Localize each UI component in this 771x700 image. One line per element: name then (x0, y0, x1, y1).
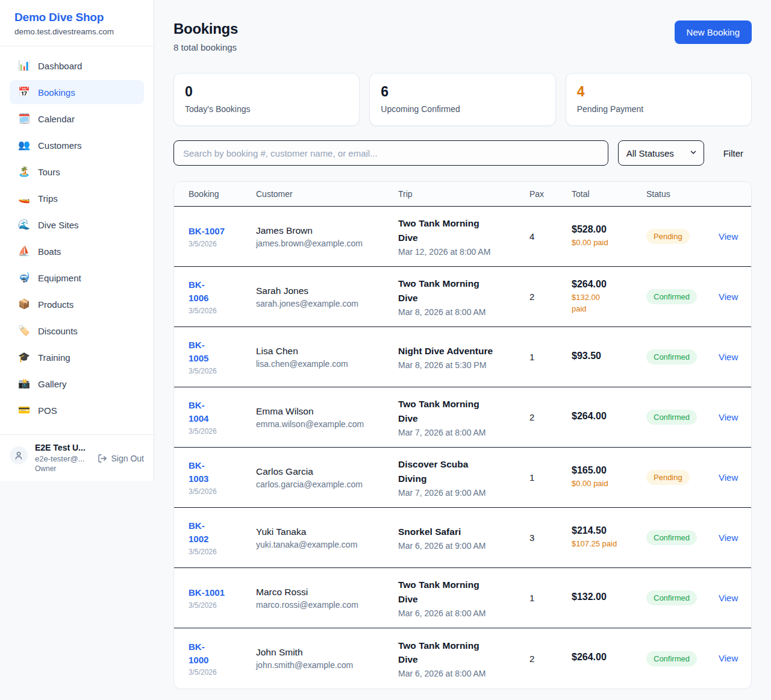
table-row: BK-1001 3/5/2026 Marco Rossi marco.rossi… (174, 568, 751, 628)
sidebar-item-bookings[interactable]: 📅 Bookings (10, 80, 144, 104)
sidebar-item-customers[interactable]: 👥 Customers (10, 133, 144, 157)
booking-id-link[interactable]: BK- 1002 (189, 519, 256, 546)
customer-name: Carlos Garcia (256, 466, 398, 477)
customer-email: john.smith@example.com (256, 660, 398, 670)
view-cell: View (719, 231, 738, 242)
total-cell: $528.00 $0.00 paid (572, 224, 646, 248)
sidebar-item-label: Dive Sites (38, 220, 79, 230)
sidebar-item-label: Calendar (38, 114, 75, 124)
booking-id-link[interactable]: BK- 1005 (189, 339, 256, 365)
customer-email: carlos.garcia@example.com (256, 480, 398, 489)
sidebar-item-dive-sites[interactable]: 🌊 Dive Sites (10, 213, 144, 237)
search-input[interactable] (173, 140, 608, 166)
booking-cell: BK- 1002 3/5/2026 (189, 519, 256, 556)
paid-amount: $107.25 paid (572, 539, 646, 549)
booking-date: 3/5/2026 (189, 601, 256, 610)
view-link[interactable]: View (719, 472, 738, 483)
sailboat-icon: ⛵ (18, 246, 30, 256)
view-link[interactable]: View (719, 653, 738, 663)
sidebar-item-discounts[interactable]: 🏷️ Discounts (10, 319, 144, 343)
trip-cell: Two Tank Morning Dive Mar 6, 2026 at 8:0… (398, 639, 529, 679)
total-amount: $93.50 (572, 351, 646, 361)
avatar (10, 446, 28, 464)
tag-icon: 🏷️ (18, 326, 30, 336)
trip-datetime: Mar 8, 2026 at 8:00 AM (398, 307, 529, 317)
trip-name: Discover Scuba Diving (398, 457, 497, 486)
sidebar-item-products[interactable]: 📦 Products (10, 292, 144, 316)
status-badge: Pending (646, 229, 690, 244)
trip-name: Snorkel Safari (398, 525, 497, 539)
view-cell: View (719, 352, 738, 363)
booking-date: 3/5/2026 (189, 307, 256, 315)
view-link[interactable]: View (719, 533, 738, 543)
total-amount: $214.50 (572, 525, 646, 536)
status-cell: Confirmed (646, 530, 719, 545)
customer-cell: Lisa Chen lisa.chen@example.com (256, 346, 398, 369)
trip-datetime: Mar 6, 2026 at 8:00 AM (398, 669, 529, 678)
booking-id-link[interactable]: BK- 1006 (189, 278, 256, 305)
sign-out-button[interactable]: Sign Out (98, 454, 144, 463)
new-booking-button[interactable]: New Booking (675, 20, 752, 44)
view-link[interactable]: View (719, 231, 738, 242)
trip-datetime: Mar 7, 2026 at 9:00 AM (398, 488, 529, 498)
sidebar-item-trips[interactable]: 🚤 Trips (10, 186, 144, 210)
status-badge: Pending (646, 470, 690, 485)
people-icon: 👥 (18, 140, 30, 150)
booking-id-link[interactable]: BK-1001 (189, 586, 256, 599)
brand-title: Demo Dive Shop (14, 11, 139, 24)
trip-cell: Two Tank Morning Dive Mar 6, 2026 at 8:0… (398, 578, 529, 618)
status-badge: Confirmed (646, 651, 697, 666)
sidebar-item-dashboard[interactable]: 📊 Dashboard (10, 54, 144, 78)
customer-email: sarah.jones@example.com (256, 299, 398, 308)
view-link[interactable]: View (719, 593, 738, 603)
trip-cell: Snorkel Safari Mar 6, 2026 at 9:00 AM (398, 525, 529, 551)
sidebar-item-calendar[interactable]: 🗓️ Calendar (10, 107, 144, 131)
booking-date: 3/5/2026 (189, 548, 256, 556)
sidebar-item-training[interactable]: 🎓 Training (10, 345, 144, 369)
view-link[interactable]: View (719, 292, 738, 302)
stat-label: Today's Bookings (185, 104, 348, 114)
paid-amount: $0.00 paid (572, 478, 646, 489)
trip-cell: Discover Scuba Diving Mar 7, 2026 at 9:0… (398, 457, 529, 498)
total-cell: $93.50 (572, 351, 646, 364)
sidebar: Demo Dive Shop demo.test.divestreams.com… (0, 0, 154, 481)
customer-name: Yuki Tanaka (256, 527, 398, 537)
customer-name: Marco Rossi (256, 587, 398, 598)
view-link[interactable]: View (719, 412, 738, 422)
trip-datetime: Mar 7, 2026 at 8:00 AM (398, 428, 529, 437)
bar-chart-icon: 📊 (18, 61, 30, 70)
filter-button[interactable]: Filter (714, 148, 752, 158)
table-row: BK-1007 3/5/2026 James Brown james.brown… (174, 207, 751, 267)
booking-id-link[interactable]: BK-1007 (189, 225, 256, 238)
status-badge: Confirmed (646, 590, 697, 605)
booking-id-link[interactable]: BK- 1004 (189, 399, 256, 425)
total-cell: $214.50 $107.25 paid (572, 525, 646, 549)
booking-date: 3/5/2026 (189, 427, 256, 436)
col-header-trip: Trip (398, 189, 529, 199)
sidebar-item-gallery[interactable]: 📸 Gallery (10, 372, 144, 396)
trip-cell: Two Tank Morning Dive Mar 12, 2026 at 8:… (398, 216, 529, 257)
booking-id-link[interactable]: BK- 1003 (189, 459, 256, 486)
trip-name: Two Tank Morning Dive (398, 578, 497, 606)
pax-cell: 1 (529, 472, 572, 483)
status-select[interactable]: All Statuses (618, 140, 704, 166)
sidebar-item-equipment[interactable]: 🤿 Equipment (10, 266, 144, 290)
sidebar-item-label: Tours (38, 167, 60, 177)
pax-cell: 1 (529, 352, 572, 362)
status-cell: Pending (646, 470, 719, 485)
view-link[interactable]: View (719, 352, 738, 362)
sidebar-item-label: Trips (38, 193, 58, 204)
stat-label: Pending Payment (577, 104, 740, 114)
sidebar-item-tours[interactable]: 🏝️ Tours (10, 160, 144, 184)
sidebar-item-pos[interactable]: 💳 POS (10, 398, 144, 422)
total-amount: $132.00 (572, 592, 646, 602)
status-cell: Confirmed (646, 651, 719, 666)
trip-name: Two Tank Morning Dive (398, 397, 497, 425)
sidebar-nav: 📊 Dashboard 📅 Bookings 🗓️ Calendar 👥 Cus… (0, 46, 154, 434)
booking-id-link[interactable]: BK- 1000 (189, 640, 256, 667)
table-row: BK- 1005 3/5/2026 Lisa Chen lisa.chen@ex… (174, 327, 751, 387)
sidebar-item-boats[interactable]: ⛵ Boats (10, 239, 144, 263)
brand-domain: demo.test.divestreams.com (14, 27, 139, 36)
user-section: E2E Test U... e2e-tester@... Sign Out Ow… (0, 434, 154, 481)
status-badge: Confirmed (646, 530, 697, 545)
